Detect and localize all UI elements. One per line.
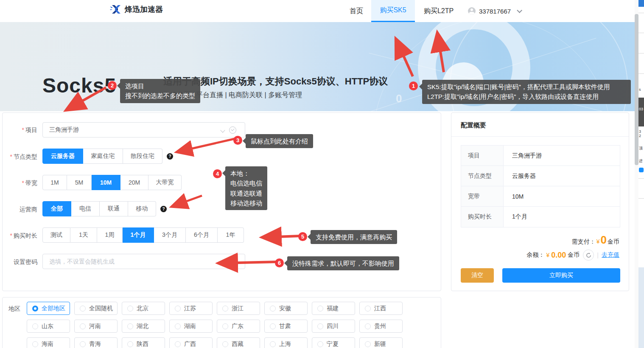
annotation-tooltip-3: 鼠标点到此处有介绍 [246,134,313,148]
edge-dark-block: 03 [638,98,644,126]
bandwidth-option-10m[interactable]: 10M [92,175,120,190]
edge-text-fragment: 顶 [639,146,643,151]
region-option[interactable]: 上海 [264,337,308,348]
bandwidth-label: *带宽 [0,180,37,187]
region-option[interactable]: 陕西 [122,337,165,348]
region-option[interactable]: 江西 [359,302,403,315]
duration-option-6month[interactable]: 6个月 [186,227,218,243]
duration-option-3month[interactable]: 3个月 [154,227,186,243]
recharge-link[interactable]: 去充值 [602,251,619,259]
currency-unit: 金币 [568,251,580,259]
required-mark: * [10,153,12,160]
radio-icon [222,306,228,312]
duration-option-1week[interactable]: 1周 [97,227,123,243]
bandwidth-option-5m[interactable]: 5M [67,175,92,190]
region-option[interactable]: 江苏 [169,302,213,315]
region-option[interactable]: 福建 [312,302,355,315]
payable-line: 需支付： ¥ 0 金币 [572,233,619,247]
summary-row-label: 节点类型 [461,166,504,186]
region-option[interactable]: 河南 [74,320,118,333]
bandwidth-option-20m[interactable]: 20M [120,175,148,190]
buy-now-button[interactable]: 立即购买 [502,268,620,283]
payable-amount: 0 [601,233,607,247]
annotation-tooltip-1: SK5:提取"ip/域名|端口|账号|密码"，搭配代理工具或脚本软件使用 L2T… [422,80,631,104]
balance-label: 余额： [527,251,545,259]
table-row: 宽带 10M [461,186,620,207]
region-option[interactable]: 宁夏 [312,337,355,348]
table-row: 项目 三角洲手游 [461,146,620,166]
annotation-badge-4: 4 [213,169,222,178]
project-label: *项目 [0,126,37,134]
radio-icon [222,323,228,329]
radio-icon [365,341,371,347]
annotation-badge-3: 3 [233,136,242,145]
refresh-icon [586,253,591,258]
node-type-group: 云服务器 家庭住宅 散段住宅 [42,149,162,164]
annotation-tooltip-2: 选项目 搜不到的选差不多的类型 [120,79,200,103]
nav-buy-l2tp[interactable]: 购买L2TP [419,0,458,22]
password-input[interactable] [42,254,245,269]
radio-icon [175,323,181,329]
radio-icon [32,341,38,347]
currency-unit: 金币 [608,238,619,246]
carrier-help-icon[interactable]: ? [160,206,167,212]
node-type-option-home[interactable]: 家庭住宅 [83,149,123,164]
node-type-help-icon[interactable]: ? [167,153,173,160]
region-option[interactable]: 全国随机 [74,302,118,315]
summary-row-label: 购买时长 [461,207,504,227]
project-select[interactable]: 三角洲手游 [42,122,245,138]
region-option[interactable]: 甘肃 [264,320,308,333]
region-option[interactable]: 北京 [122,302,165,315]
duration-option-1month[interactable]: 1个月 [123,227,154,243]
payable-label: 需支付： [572,238,596,246]
region-option[interactable]: 湖南 [169,320,213,333]
radio-icon [270,306,276,312]
bandwidth-option-1m[interactable]: 1M [42,175,67,190]
annotation-tooltip-4: 本地： 电信选电信 联通选联通 移动选移动 [225,166,267,210]
region-option[interactable]: 贵州 [359,320,403,333]
region-option[interactable]: 湖北 [122,320,165,333]
page-title: Socks5 [42,74,116,97]
radio-icon [80,341,86,347]
nav-buy-sk5-active-tab[interactable]: 购买SK5 [371,0,415,22]
region-option[interactable]: 新疆 [359,337,403,348]
edge-app-icon [639,168,644,172]
refresh-balance-button[interactable] [583,250,594,261]
duration-option-1year[interactable]: 1年 [218,227,244,243]
radio-icon [317,306,323,312]
region-option[interactable]: 山东 [27,320,70,333]
brand[interactable]: 烽迅加速器 [109,4,163,14]
region-option[interactable]: 安徽 [264,302,308,315]
region-option-all[interactable]: 全部地区 [27,302,70,315]
duration-option-trial[interactable]: 测试 [42,227,70,243]
annotation-badge-1: 1 [409,81,418,90]
page-scrollbar-thumb[interactable] [635,14,638,165]
user-menu[interactable]: 337817667 [468,0,521,22]
clear-button[interactable]: 清空 [461,268,494,283]
annotation-badge-2: 2 [108,81,117,90]
region-option[interactable]: 浙江 [217,302,260,315]
node-type-option-cloud[interactable]: 云服务器 [42,149,83,164]
user-avatar-icon [468,7,476,15]
nav-home[interactable]: 首页 [346,0,367,22]
region-option[interactable]: 西藏 [217,337,260,348]
bandwidth-option-large[interactable]: 大带宽 [148,175,182,190]
duration-option-1day[interactable]: 1天 [70,227,97,243]
region-option[interactable]: 青海 [74,337,118,348]
annotation-tooltip-5: 支持免费使用，满意再购买 [311,230,397,244]
required-mark: * [10,232,12,239]
brand-logo-icon [109,4,122,14]
edge-bottom-block [638,267,644,348]
region-option[interactable]: 广西 [169,337,213,348]
radio-icon [127,306,133,312]
node-type-option-scattered[interactable]: 散段住宅 [123,149,162,164]
carrier-option-mobile[interactable]: 移动 [128,201,156,216]
region-option[interactable]: 广东 [217,320,260,333]
carrier-option-all[interactable]: 全部 [42,201,71,216]
carrier-option-unicom[interactable]: 联通 [100,201,128,216]
summary-row-value: 三角洲手游 [504,146,620,166]
region-option[interactable]: 四川 [312,320,355,333]
region-option[interactable]: 海南 [27,337,70,348]
config-summary-card: 配置概要 项目 三角洲手游 节点类型 云服务器 宽带 10M 购买时长 1个月 … [451,112,629,291]
carrier-option-telecom[interactable]: 电信 [71,201,100,216]
